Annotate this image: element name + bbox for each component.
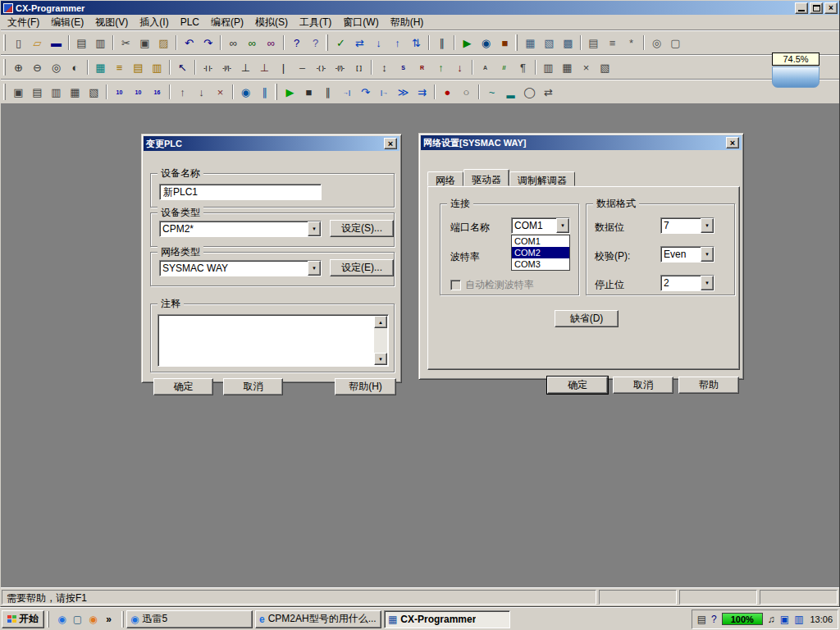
cycle-time-button[interactable]: ◯ [520, 83, 539, 101]
taskbar-task-2[interactable]: eCPM2AH型号的用什么... [255, 610, 381, 628]
instruction-box-button[interactable]: [ ] [349, 58, 368, 76]
run-to-cursor-button[interactable]: ≫ [394, 83, 413, 101]
help-button[interactable]: ? [287, 34, 306, 52]
show-desktop-icon[interactable]: ▢ [71, 612, 84, 626]
new-file-button[interactable]: ▯ [9, 34, 28, 52]
transfer-from-plc-button[interactable]: ↑ [388, 34, 407, 52]
comment-box-button[interactable]: A [476, 58, 495, 76]
device-name-input[interactable] [159, 184, 322, 200]
network-type-dropdown-button[interactable]: ▼ [308, 261, 321, 276]
project-tree-button[interactable]: ▧ [84, 83, 103, 101]
time-chart-button[interactable]: ▂ [501, 83, 520, 101]
toolbar-grip[interactable] [326, 34, 328, 51]
run-mode-button[interactable]: ▶ [458, 34, 477, 52]
program-mode-button[interactable]: ■ [495, 34, 514, 52]
print-button[interactable]: ▤ [72, 34, 91, 52]
device-type-settings-button[interactable]: 设定(S)... [330, 220, 394, 237]
work-online-button[interactable]: ⇄ [350, 34, 369, 52]
volume-icon[interactable]: ♫ [768, 614, 775, 624]
context-help-button[interactable]: ? [306, 34, 325, 52]
plc-settings-button[interactable]: ▧ [540, 34, 559, 52]
sim-stop-button[interactable]: ■ [299, 83, 318, 101]
decimal-display-button[interactable]: 10 [110, 83, 129, 101]
tile-windows-button[interactable]: ▦ [558, 58, 577, 76]
io-table-button[interactable]: ▦ [521, 34, 540, 52]
rung-comment-button[interactable]: ¶ [514, 58, 532, 76]
toolbar-grip[interactable] [3, 84, 6, 100]
output-window-button[interactable]: ▤ [28, 83, 47, 101]
taskbar-task-3[interactable]: ▦CX-Programmer [384, 610, 510, 628]
ladder-view-button[interactable]: ≡ [110, 58, 129, 76]
replace-button[interactable]: ∞ [262, 34, 281, 52]
properties-button[interactable]: ▢ [666, 34, 685, 52]
print-preview-button[interactable]: ▥ [91, 34, 110, 52]
menu-item-1[interactable]: 文件(F) [2, 14, 45, 31]
open-contact-button[interactable]: -| |- [199, 58, 217, 76]
network-type-settings-button[interactable]: 设定(E)... [330, 259, 394, 276]
closed-coil-button[interactable]: -(/)- [331, 58, 349, 76]
help-button[interactable]: 帮助(H) [335, 378, 396, 395]
cancel-button[interactable]: 取消 [613, 377, 673, 394]
reset-bit-button[interactable]: R [413, 58, 431, 76]
zoom-100-button[interactable]: ◎ [47, 58, 66, 76]
toolbar-grip[interactable] [3, 34, 6, 51]
help-bubble-icon[interactable]: ? [711, 614, 717, 624]
start-button[interactable]: 开始 [2, 610, 44, 628]
symbol-table-button[interactable]: ▥ [148, 58, 167, 76]
open-file-button[interactable]: ▱ [28, 34, 47, 52]
port-option-COM3[interactable]: COM3 [512, 258, 569, 270]
watch-sheet-button[interactable]: ▥ [47, 83, 66, 101]
data-bits-dropdown-button[interactable]: ▼ [701, 218, 714, 233]
port-name-combo[interactable]: COM1 ▼ [511, 217, 570, 234]
close-button[interactable]: × [824, 2, 838, 14]
stop-bits-dropdown-button[interactable]: ▼ [701, 276, 714, 290]
find-next-button[interactable]: ∞ [243, 34, 262, 52]
differentiate-up-button[interactable]: ↑ [431, 58, 450, 76]
ime-icon[interactable]: ▥ [794, 614, 803, 624]
clear-breakpoints-button[interactable]: ○ [457, 83, 476, 101]
step-out-button[interactable]: |→ [375, 83, 394, 101]
split-window-button[interactable]: ▥ [539, 58, 558, 76]
pause-button[interactable]: ∥ [432, 34, 451, 52]
zoom-window-button[interactable]: ◎ [647, 34, 666, 52]
differentiate-down-button[interactable]: ↓ [450, 58, 469, 76]
device-type-combo[interactable]: CPM2* ▼ [159, 221, 322, 237]
redo-button[interactable]: ↷ [199, 34, 217, 52]
vertical-line-button[interactable]: | [274, 58, 293, 76]
menu-item-5[interactable]: PLC [175, 15, 205, 30]
force-cancel-button[interactable]: × [211, 83, 230, 101]
menu-item-3[interactable]: 视图(V) [89, 14, 134, 31]
monitor-toggle-button[interactable]: ◉ [236, 83, 255, 101]
sim-run-button[interactable]: ▶ [281, 83, 299, 101]
or-open-contact-button[interactable]: ⊥ [236, 58, 255, 76]
or-closed-contact-button[interactable]: ⊥ [255, 58, 274, 76]
stop-bits-combo[interactable]: 2 ▼ [660, 275, 714, 291]
undo-button[interactable]: ↶ [180, 34, 199, 52]
address-reference-button[interactable]: ▦ [66, 83, 84, 101]
comment-scrollbar[interactable]: ▲ ▼ [374, 316, 387, 365]
watch-window-button[interactable]: ▤ [584, 34, 603, 52]
network-settings-close-button[interactable]: × [726, 137, 739, 148]
monitor-mode-button[interactable]: ◉ [477, 34, 495, 52]
tab-2[interactable]: 驱动器 [463, 169, 509, 186]
parity-combo[interactable]: Even ▼ [660, 246, 714, 262]
pause-monitor-button[interactable]: ∥ [255, 83, 274, 101]
firefox-icon[interactable]: ◉ [86, 612, 100, 626]
thunder-icon[interactable]: ◉ [55, 612, 69, 626]
autodetect-checkbox[interactable] [450, 280, 461, 290]
minimize-button[interactable] [795, 2, 808, 14]
step-in-button[interactable]: →| [337, 83, 356, 101]
transfer-to-plc-button[interactable]: ↓ [369, 34, 388, 52]
taskbar-task-1[interactable]: ◉迅雷5 [126, 610, 253, 628]
help-button[interactable]: 帮助 [678, 377, 739, 394]
toolbar-grip[interactable] [3, 59, 6, 75]
step-over-button[interactable]: ↷ [356, 83, 375, 101]
select-pointer-button[interactable]: ↖ [173, 58, 192, 76]
breakpoint-button[interactable]: ● [438, 83, 457, 101]
closed-contact-button[interactable]: -|/|- [217, 58, 236, 76]
save-button[interactable]: ▬ [47, 34, 66, 52]
cross-reference-button[interactable]: ≡ [603, 34, 622, 52]
scroll-track[interactable] [374, 328, 387, 353]
scroll-up-button[interactable]: ▲ [374, 316, 387, 328]
ok-button[interactable]: 确定 [153, 378, 213, 395]
